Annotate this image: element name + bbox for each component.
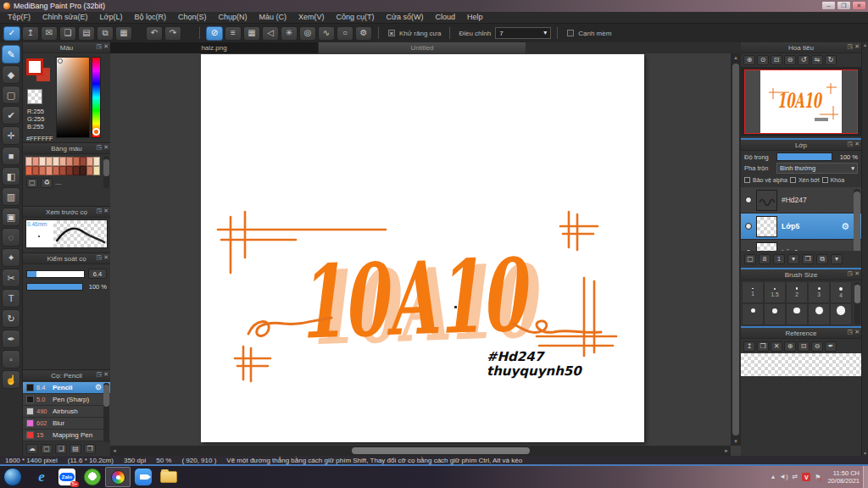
soft-edge-checkbox[interactable] [567, 30, 574, 36]
menu-layer[interactable]: Lớp(L) [94, 12, 129, 23]
redo-button[interactable]: ↷ [164, 26, 181, 41]
panel-column-scrollbar[interactable]: ▴ ▾ [861, 42, 868, 456]
nav-fit-button[interactable]: ⊡ [771, 55, 782, 65]
popout-icon[interactable]: ◳ [97, 43, 103, 49]
palette-swatch[interactable] [25, 157, 32, 166]
brush-row-blur[interactable]: 602 Blur [23, 418, 110, 430]
nav-rotate-reset-button[interactable]: ↻ [825, 55, 837, 65]
brush-size-cell[interactable] [786, 303, 808, 325]
saturation-value-picker[interactable] [56, 57, 90, 138]
drawing-canvas[interactable]: 10A10 10A10 #Hd247 thuyquynh50 [201, 54, 644, 442]
visibility-icon[interactable] [745, 223, 752, 230]
brush-row-mapping-pen[interactable]: 15 Mapping Pen [23, 430, 110, 441]
palette-swatch[interactable] [59, 157, 66, 166]
action-center-flag[interactable]: ⚑ ✕ [815, 474, 821, 481]
shape-tool[interactable]: ■ [2, 147, 20, 165]
save-button[interactable]: ✓ [3, 26, 20, 41]
canvas-viewport[interactable]: 10A10 10A10 #Hd247 thuyquynh50 [110, 53, 731, 446]
layer-opacity-slider[interactable] [776, 152, 832, 161]
ref-folder-button[interactable]: ❒ [757, 341, 769, 352]
menu-color[interactable]: Màu (C) [253, 12, 293, 23]
gear-icon[interactable]: ⚙ [841, 222, 849, 231]
hscroll-thumb[interactable] [352, 447, 530, 454]
close-icon[interactable]: ✕ [103, 208, 108, 214]
transparent-color-swatch[interactable] [27, 89, 42, 104]
start-button[interactable] [3, 468, 22, 486]
menu-cloud[interactable]: Cloud [430, 12, 462, 23]
rotate-tool[interactable]: ↻ [2, 309, 20, 328]
menu-file[interactable]: Tệp(F) [2, 12, 36, 23]
popout-icon[interactable]: ◳ [97, 208, 103, 214]
material-button[interactable]: ▦ [115, 26, 132, 41]
menu-help[interactable]: Help [461, 12, 489, 23]
ref-fit-button[interactable]: ⊡ [798, 341, 810, 352]
hand-tool[interactable]: ☝ [2, 370, 20, 389]
brush-row-pen-sharp[interactable]: 5.0 Pen (Sharp) [23, 394, 110, 406]
eyedropper-tool[interactable]: ◦ [2, 350, 20, 369]
taskbar-coccoc[interactable] [80, 467, 105, 487]
pen-tool[interactable]: ✒ [2, 330, 20, 348]
palette-swatch[interactable] [46, 166, 53, 175]
adjust-dropdown[interactable]: 7 ▾ [495, 27, 551, 39]
snap-concentric-button[interactable]: ◎ [299, 26, 316, 41]
palette-swatch[interactable] [39, 157, 46, 166]
ref-zoom-out-button[interactable]: ⊖ [811, 341, 823, 352]
brush-tool[interactable]: ✎ [2, 45, 20, 64]
palette-swatch[interactable] [73, 157, 80, 166]
brush-size-slider[interactable] [26, 270, 85, 278]
visibility-icon[interactable] [745, 197, 752, 203]
nav-rotate-left-button[interactable]: ↺ [798, 55, 810, 65]
menu-window[interactable]: Cửa sổ(W) [381, 12, 430, 23]
publish-button[interactable]: ✉ [41, 26, 58, 41]
palette-swatch[interactable] [93, 166, 100, 175]
text-tool[interactable]: T [2, 289, 20, 308]
brush-size-cell[interactable] [808, 303, 830, 325]
menu-snap[interactable]: Chụp(N) [213, 12, 253, 23]
new-document-button[interactable]: ▤ [78, 26, 95, 41]
scroll-right-icon[interactable]: ▸ [722, 446, 731, 456]
move-tool[interactable]: ✛ [2, 126, 20, 145]
close-icon[interactable]: ✕ [854, 270, 860, 276]
sv-cursor[interactable] [58, 58, 63, 64]
nav-zoom-out-button[interactable]: ⊖ [784, 55, 796, 65]
undo-button[interactable]: ↶ [146, 26, 163, 41]
palette-swatch[interactable] [53, 157, 59, 166]
taskbar-file-explorer[interactable] [156, 467, 181, 487]
window-layout-button[interactable]: ⧉ [97, 26, 114, 41]
palette-swatch[interactable] [25, 166, 32, 175]
popout-icon[interactable]: ◳ [848, 329, 854, 335]
alpha-protect-checkbox[interactable] [744, 177, 750, 183]
comment-button[interactable]: ❏ [59, 26, 76, 41]
scroll-left-icon[interactable]: ◂ [110, 446, 119, 456]
close-icon[interactable]: ✕ [854, 43, 860, 49]
palette-scrollbar[interactable] [103, 156, 109, 188]
close-icon[interactable]: ✕ [103, 371, 108, 377]
gear-icon[interactable]: ⚙ [95, 384, 102, 391]
lock-checkbox[interactable] [822, 177, 828, 183]
brush-size-cell[interactable]: 3 [808, 281, 830, 303]
minimize-button[interactable]: – [821, 1, 836, 10]
menu-filter[interactable]: Bộ lọc(R) [128, 12, 172, 23]
lasso-tool[interactable]: ◌ [2, 228, 20, 247]
taskbar-internet-explorer[interactable]: e [29, 467, 54, 487]
layer-row-lop5[interactable]: Lớp5 ⚙ [741, 214, 861, 240]
maximize-button[interactable]: ❐ [837, 1, 851, 10]
scroll-up-icon[interactable]: ▴ [734, 53, 737, 62]
volume-icon[interactable]: ◄) [779, 474, 788, 480]
snap-ellipse-button[interactable]: ○ [337, 26, 353, 41]
foreground-color-swatch[interactable] [26, 58, 43, 75]
new-folder-button[interactable]: ❒ [802, 254, 814, 264]
snap-vanishing-button[interactable]: ◁ [262, 26, 279, 41]
taskbar-zoom[interactable] [131, 467, 156, 487]
canvas-vertical-scrollbar[interactable]: ▴ ▾ [731, 53, 741, 446]
palette-swatch[interactable] [39, 166, 46, 175]
palette-swatch[interactable] [32, 166, 39, 175]
gradient-tool[interactable]: ▥ [2, 187, 20, 206]
antialias-checkbox[interactable]: ✕ [388, 30, 395, 36]
brush-opacity-slider[interactable] [26, 283, 83, 291]
scroll-down-icon[interactable]: ▾ [864, 451, 866, 456]
palette-swatch[interactable] [46, 157, 53, 166]
menu-tools[interactable]: Công cụ(T) [331, 12, 381, 23]
taskbar-medibang[interactable] [105, 467, 131, 487]
palette-swatch[interactable] [66, 157, 73, 166]
